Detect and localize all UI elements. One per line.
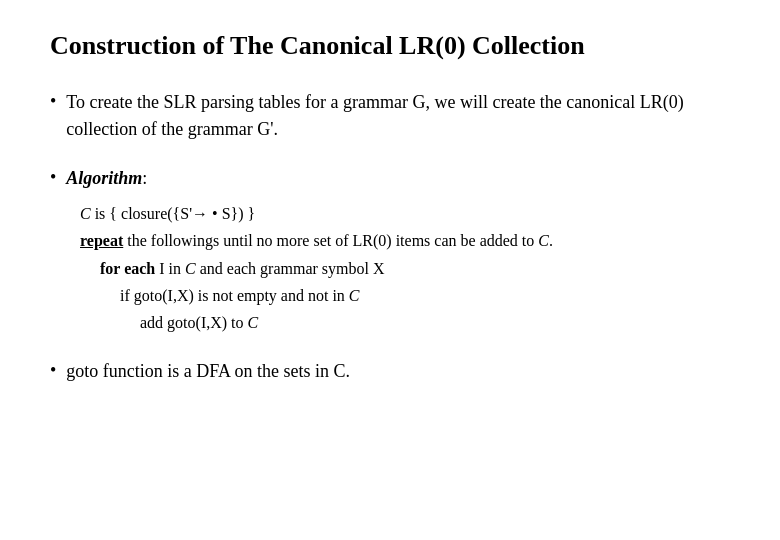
algorithm-colon: :	[142, 168, 147, 188]
bullet-item-3: • goto function is a DFA on the sets in …	[50, 358, 730, 385]
algo-foreach-keyword: for each	[100, 260, 155, 277]
algo-line2-rest: the followings until no more set of LR(0…	[123, 232, 553, 249]
bullet-symbol-2: •	[50, 167, 56, 188]
algo-c-var: C	[80, 205, 91, 222]
algo-line-2: repeat the followings until no more set …	[80, 227, 553, 254]
algo-if-text: if goto(I,X) is not empty and not in C	[120, 287, 360, 304]
algo-line-1: C is { closure({S'→ • S}) }	[80, 200, 553, 227]
algo-line3-rest: I in C and each grammar symbol X	[159, 260, 384, 277]
algo-add-text: add goto(I,X) to C	[140, 314, 258, 331]
bullet-symbol-3: •	[50, 360, 56, 381]
algo-line-4: if goto(I,X) is not empty and not in C	[120, 282, 553, 309]
algo-line-5: add goto(I,X) to C	[140, 309, 553, 336]
bullet-item-algorithm: • Algorithm: C is { closure({S'→ • S}) }…	[50, 165, 730, 336]
bullet-item-1: • To create the SLR parsing tables for a…	[50, 89, 730, 143]
bullet-text-3: goto function is a DFA on the sets in C.	[66, 358, 350, 385]
page-title: Construction of The Canonical LR(0) Coll…	[50, 30, 730, 61]
algo-line1-text: is { closure({S'→	[95, 205, 212, 222]
algo-repeat-keyword: repeat	[80, 232, 123, 249]
bullet-algorithm-label: Algorithm:	[66, 165, 147, 192]
algo-line1-end: S}) }	[222, 205, 256, 222]
bullet-symbol-1: •	[50, 91, 56, 112]
bullet-text-1: To create the SLR parsing tables for a g…	[66, 89, 730, 143]
algo-line-3: for each I in C and each grammar symbol …	[100, 255, 553, 282]
algorithm-keyword: Algorithm	[66, 168, 142, 188]
algorithm-block: C is { closure({S'→ • S}) } repeat the f…	[80, 200, 553, 336]
algo-dot: •	[212, 205, 218, 222]
